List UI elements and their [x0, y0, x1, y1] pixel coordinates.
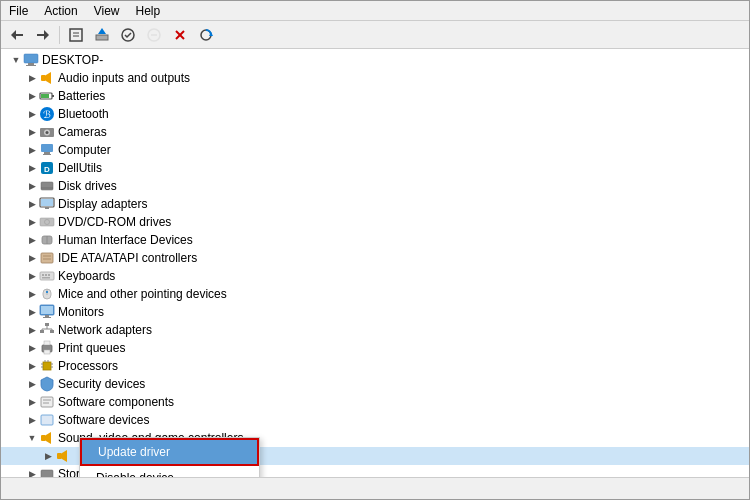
- expander-batteries[interactable]: ▶: [25, 89, 39, 103]
- properties-button[interactable]: [64, 24, 88, 46]
- network-icon: [39, 322, 55, 338]
- keyboard-icon: [39, 268, 55, 284]
- tree-item-diskdrives[interactable]: ▶ Disk drives: [1, 177, 749, 195]
- tree-item-monitors[interactable]: ▶ Monitors: [1, 303, 749, 321]
- print-icon: [39, 340, 55, 356]
- tree-label-hid: Human Interface Devices: [58, 233, 193, 247]
- svg-rect-43: [41, 253, 53, 263]
- svg-rect-7: [96, 35, 108, 40]
- svg-rect-23: [41, 94, 49, 98]
- enable-button[interactable]: [116, 24, 140, 46]
- tree-item-audio[interactable]: ▶ Audio inputs and outputs: [1, 69, 749, 87]
- forward-button[interactable]: [31, 24, 55, 46]
- tree-item-desktop[interactable]: ▼ DESKTOP-: [1, 51, 749, 69]
- tree-item-processors[interactable]: ▶ Processors: [1, 357, 749, 375]
- hid-icon: [39, 232, 55, 248]
- svg-marker-82: [62, 450, 67, 462]
- expander-keyboards[interactable]: ▶: [25, 269, 39, 283]
- expander-ide[interactable]: ▶: [25, 251, 39, 265]
- svg-rect-16: [24, 54, 38, 63]
- tree-item-mice[interactable]: ▶ Mice and other pointing devices: [1, 285, 749, 303]
- tree-item-softwaredv[interactable]: ▶ Software devices: [1, 411, 749, 429]
- disable-button[interactable]: [142, 24, 166, 46]
- menu-help[interactable]: Help: [132, 3, 165, 19]
- expander-print[interactable]: ▶: [25, 341, 39, 355]
- expander-cameras[interactable]: ▶: [25, 125, 39, 139]
- tree-item-batteries[interactable]: ▶ Batteries: [1, 87, 749, 105]
- device-tree[interactable]: ▼ DESKTOP- ▶ Audio inputs and outputs ▶: [1, 49, 749, 477]
- tree-label-display: Display adapters: [58, 197, 147, 211]
- svg-rect-79: [41, 435, 46, 441]
- expander-diskdrives[interactable]: ▶: [25, 179, 39, 193]
- svg-rect-78: [41, 415, 53, 425]
- update-driver-toolbar-button[interactable]: [90, 24, 114, 46]
- svg-rect-38: [45, 207, 49, 209]
- tree-item-dellutils[interactable]: ▶ D DellUtils: [1, 159, 749, 177]
- svg-text:ℬ: ℬ: [43, 109, 51, 120]
- tree-item-computer[interactable]: ▶ Computer: [1, 141, 749, 159]
- expander-sound[interactable]: ▼: [25, 431, 39, 445]
- tree-item-hid[interactable]: ▶ Human Interface Devices: [1, 231, 749, 249]
- expander-softwaredv[interactable]: ▶: [25, 413, 39, 427]
- expander-bluetooth[interactable]: ▶: [25, 107, 39, 121]
- tree-item-print[interactable]: ▶ Print queues: [1, 339, 749, 357]
- svg-rect-55: [41, 306, 53, 314]
- expander-security[interactable]: ▶: [25, 377, 39, 391]
- tree-label-dvd: DVD/CD-ROM drives: [58, 215, 171, 229]
- expander-mice[interactable]: ▶: [25, 287, 39, 301]
- svg-rect-67: [44, 350, 50, 354]
- dell-icon: D: [39, 160, 55, 176]
- expander-display[interactable]: ▶: [25, 197, 39, 211]
- uninstall-button[interactable]: [168, 24, 192, 46]
- expander-network[interactable]: ▶: [25, 323, 39, 337]
- context-menu-disable-device[interactable]: Disable device: [80, 466, 259, 477]
- mouse-icon: [39, 286, 55, 302]
- tree-label-print: Print queues: [58, 341, 125, 355]
- svg-rect-31: [43, 154, 51, 155]
- main-content: ▼ DESKTOP- ▶ Audio inputs and outputs ▶: [1, 49, 749, 477]
- expander-monitors[interactable]: ▶: [25, 305, 39, 319]
- menu-file[interactable]: File: [5, 3, 32, 19]
- tree-label-mice: Mice and other pointing devices: [58, 287, 227, 301]
- expander-desktop[interactable]: ▼: [9, 53, 23, 67]
- processor-icon: [39, 358, 55, 374]
- tree-item-keyboards[interactable]: ▶ Keyboards: [1, 267, 749, 285]
- tree-item-security[interactable]: ▶ Security devices: [1, 375, 749, 393]
- softwaredv-icon: [39, 412, 55, 428]
- tree-label-softwarecomp: Software components: [58, 395, 174, 409]
- camera-icon: [39, 124, 55, 140]
- tree-label-network: Network adapters: [58, 323, 152, 337]
- context-menu-update-driver[interactable]: Update driver: [80, 438, 259, 466]
- expander-storage[interactable]: ▶: [25, 467, 39, 477]
- svg-rect-66: [44, 341, 50, 345]
- tree-label-processors: Processors: [58, 359, 118, 373]
- tree-item-network[interactable]: ▶ Network adapters: [1, 321, 749, 339]
- tree-item-softwarecomp[interactable]: ▶ Software components: [1, 393, 749, 411]
- expander-audio[interactable]: ▶: [25, 71, 39, 85]
- device-manager-window: File Action View Help: [0, 0, 750, 500]
- tree-label-cameras: Cameras: [58, 125, 107, 139]
- tree-label-desktop: DESKTOP-: [42, 53, 103, 67]
- expander-processors[interactable]: ▶: [25, 359, 39, 373]
- scan-button[interactable]: [194, 24, 218, 46]
- expander-hid[interactable]: ▶: [25, 233, 39, 247]
- tree-item-cameras[interactable]: ▶ Cameras: [1, 123, 749, 141]
- expander-computer[interactable]: ▶: [25, 143, 39, 157]
- menu-view[interactable]: View: [90, 3, 124, 19]
- tree-label-audio: Audio inputs and outputs: [58, 71, 190, 85]
- tree-item-ide[interactable]: ▶ IDE ATA/ATAPI controllers: [1, 249, 749, 267]
- tree-item-bluetooth[interactable]: ▶ ℬ Bluetooth: [1, 105, 749, 123]
- audio-icon: [39, 70, 55, 86]
- svg-marker-8: [98, 28, 106, 34]
- back-button[interactable]: [5, 24, 29, 46]
- svg-rect-4: [70, 29, 82, 41]
- tree-item-dvd[interactable]: ▶ DVD/CD-ROM drives: [1, 213, 749, 231]
- expander-dvd[interactable]: ▶: [25, 215, 39, 229]
- expander-softwarecomp[interactable]: ▶: [25, 395, 39, 409]
- expander-sound-child[interactable]: ▶: [41, 449, 55, 463]
- bluetooth-icon: ℬ: [39, 106, 55, 122]
- tree-item-display[interactable]: ▶ Display adapters: [1, 195, 749, 213]
- svg-rect-60: [50, 330, 54, 333]
- menu-action[interactable]: Action: [40, 3, 81, 19]
- expander-dellutils[interactable]: ▶: [25, 161, 39, 175]
